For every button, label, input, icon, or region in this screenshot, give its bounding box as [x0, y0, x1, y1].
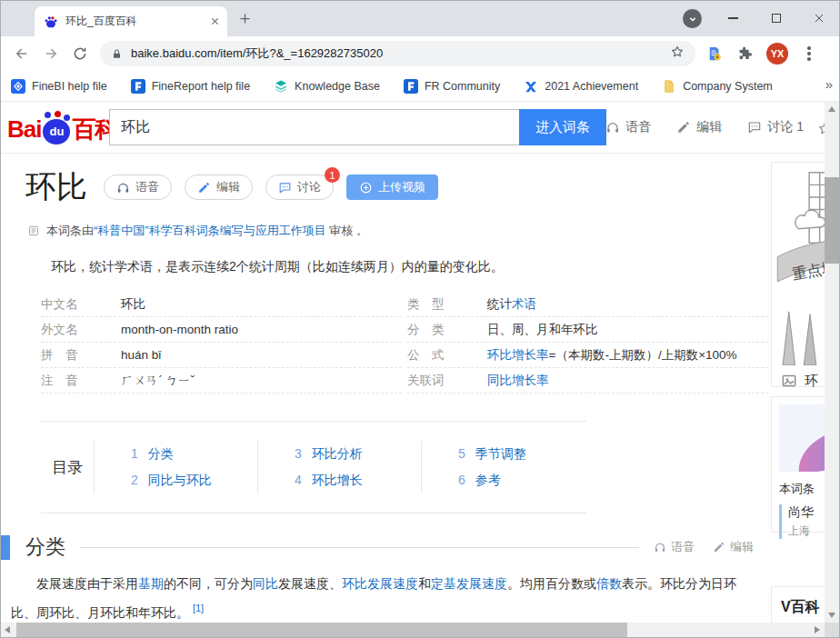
- browser-window: 环比_百度百科 baike.baidu.com/item/环比?&_=16292…: [0, 0, 840, 638]
- info-label: 类 型: [407, 296, 487, 313]
- review-project-link[interactable]: “科普中国”科学百科词条编写与应用工作项目: [94, 224, 326, 237]
- info-value: 环比增长率=（本期数-上期数）/上期数×100%: [487, 347, 737, 364]
- bookmark-item[interactable]: FineBI help file: [11, 79, 107, 94]
- info-link[interactable]: 环比增长率: [487, 348, 549, 362]
- horizontal-scrollbar-thumb[interactable]: [16, 623, 627, 638]
- menu-dots-icon[interactable]: [807, 52, 811, 55]
- toolbar-right: YX: [706, 43, 816, 65]
- header-action-headphones[interactable]: 语音: [605, 119, 651, 135]
- baidu-baike-logo[interactable]: Bai du 百科: [7, 114, 117, 145]
- info-text: 日、周、月和年环比: [487, 323, 598, 336]
- doc-icon: [662, 79, 676, 94]
- minimize-button[interactable]: [712, 0, 755, 36]
- article-button-label: 语音: [135, 179, 159, 195]
- page-content: Bai du 百科 进入词条 语音编辑讨论 1 环比 语音编辑讨论1上传视频 本…: [0, 102, 840, 623]
- address-bar[interactable]: baike.baidu.com/item/环比?&_=1629282735020: [100, 41, 695, 66]
- bookmark-item[interactable]: FineReport help file: [131, 79, 250, 94]
- reference-link[interactable]: [1]: [193, 603, 204, 613]
- toc-link[interactable]: 同比与环比: [148, 467, 212, 493]
- extensions-puzzle-icon[interactable]: [736, 45, 753, 62]
- toc-number: 4: [295, 467, 302, 493]
- scroll-down-icon[interactable]: [828, 613, 835, 618]
- headphones-icon: [654, 541, 666, 553]
- info-label: 关联词: [407, 373, 487, 389]
- article-title-row: 环比 语音编辑讨论1上传视频: [25, 166, 768, 208]
- paragraph-link[interactable]: 同比: [253, 576, 278, 591]
- profile-chevron-button[interactable]: [683, 9, 702, 28]
- article-button-comment[interactable]: 讨论1: [265, 174, 334, 200]
- baidu-paw-icon: du: [43, 119, 70, 145]
- back-icon[interactable]: [14, 45, 30, 62]
- vertical-scrollbar[interactable]: [825, 102, 840, 623]
- paragraph-text: 发展速度由于采用: [36, 576, 138, 591]
- maximize-button[interactable]: [755, 0, 797, 36]
- tab-title: 环比_百度百科: [65, 14, 210, 29]
- bookmark-item[interactable]: FR Community: [404, 79, 500, 94]
- info-value: 统计术语: [487, 296, 536, 313]
- bookmarks-overflow-icon[interactable]: »: [825, 76, 833, 92]
- header-action-label: 讨论 1: [767, 119, 804, 135]
- bookmark-item[interactable]: Company System: [662, 79, 773, 94]
- baike-search-input[interactable]: [109, 109, 520, 145]
- info-label: 分 类: [407, 322, 487, 338]
- vbaike-label: V百科: [781, 599, 820, 614]
- toc-link[interactable]: 参考: [475, 467, 501, 493]
- article-buttons: 语音编辑讨论1上传视频: [104, 174, 451, 200]
- section-action-pencil[interactable]: 编辑: [713, 539, 754, 555]
- browser-toolbar: baike.baidu.com/item/环比?&_=1629282735020…: [0, 36, 840, 71]
- scroll-right-icon[interactable]: [815, 626, 820, 633]
- bookmark-item[interactable]: 2021 Achievement: [524, 79, 638, 94]
- close-button[interactable]: [797, 0, 840, 36]
- section-action-label: 编辑: [730, 539, 754, 555]
- toc-item: 4环比增长: [295, 467, 421, 493]
- article-button-label: 编辑: [216, 179, 240, 195]
- info-link[interactable]: 同比增长率: [487, 374, 549, 387]
- reload-icon[interactable]: [72, 45, 88, 62]
- paragraph-text: 和: [418, 576, 431, 591]
- vertical-scrollbar-thumb[interactable]: [825, 177, 840, 264]
- info-row: 拼 音huán bǐ: [41, 343, 402, 368]
- extension-doc-icon[interactable]: [706, 45, 723, 62]
- info-row: 外文名month-on-month ratio: [41, 317, 402, 343]
- paragraph-link[interactable]: 定基发展速度: [431, 576, 507, 591]
- bookmark-star-icon[interactable]: [670, 45, 685, 63]
- certificate-icon: [27, 224, 40, 237]
- info-value: month-on-month ratio: [121, 323, 238, 336]
- article-button-plus[interactable]: 上传视频: [346, 174, 438, 200]
- info-text: =（本期数-上期数）/上期数×100%: [549, 348, 737, 362]
- info-row: 公 式环比增长率=（本期数-上期数）/上期数×100%: [407, 343, 768, 368]
- toc-link[interactable]: 环比增长: [312, 467, 363, 493]
- section-accent-bar: [0, 535, 10, 560]
- horizontal-scrollbar[interactable]: [0, 623, 825, 638]
- toc-link[interactable]: 环比分析: [312, 441, 363, 467]
- bookmark-item[interactable]: Knowledge Base: [274, 79, 380, 94]
- info-link[interactable]: 术语: [512, 297, 536, 311]
- pencil-icon: [197, 181, 211, 194]
- toc-number: 3: [295, 441, 302, 467]
- table-of-contents: 目录 1分类2同比与环比3环比分析4环比增长5季节调整6参考: [41, 421, 586, 513]
- forward-icon[interactable]: [43, 45, 59, 62]
- section-action-headphones[interactable]: 语音: [654, 539, 695, 555]
- paragraph-link[interactable]: 倍数: [596, 576, 622, 591]
- tab-close-icon[interactable]: [210, 14, 220, 30]
- header-action-pencil[interactable]: 编辑: [676, 119, 722, 135]
- paragraph-link[interactable]: 基期: [138, 576, 164, 591]
- comment-icon: [278, 181, 292, 194]
- browser-tab[interactable]: 环比_百度百科: [35, 6, 227, 36]
- header-action-comment[interactable]: 讨论 1: [747, 119, 804, 135]
- finereport-icon: [131, 79, 145, 94]
- enter-entry-button[interactable]: 进入词条: [519, 109, 606, 145]
- toc-link[interactable]: 季节调整: [475, 441, 526, 467]
- toc-item: 1分类: [131, 441, 257, 467]
- article-button-pencil[interactable]: 编辑: [185, 174, 253, 200]
- toc-number: 6: [458, 467, 465, 493]
- article-button-headphones[interactable]: 语音: [104, 174, 172, 200]
- toc-link[interactable]: 分类: [148, 441, 174, 467]
- scroll-up-icon[interactable]: [828, 106, 835, 112]
- paragraph-link[interactable]: 环比发展速度: [342, 576, 418, 591]
- info-value: ㄏㄨㄢˊ ㄅㄧˇ: [121, 373, 195, 389]
- avatar[interactable]: YX: [766, 43, 788, 65]
- new-tab-button[interactable]: [238, 12, 252, 25]
- scroll-left-icon[interactable]: [5, 626, 10, 633]
- toc-column: 5季节调整6参考: [421, 441, 585, 493]
